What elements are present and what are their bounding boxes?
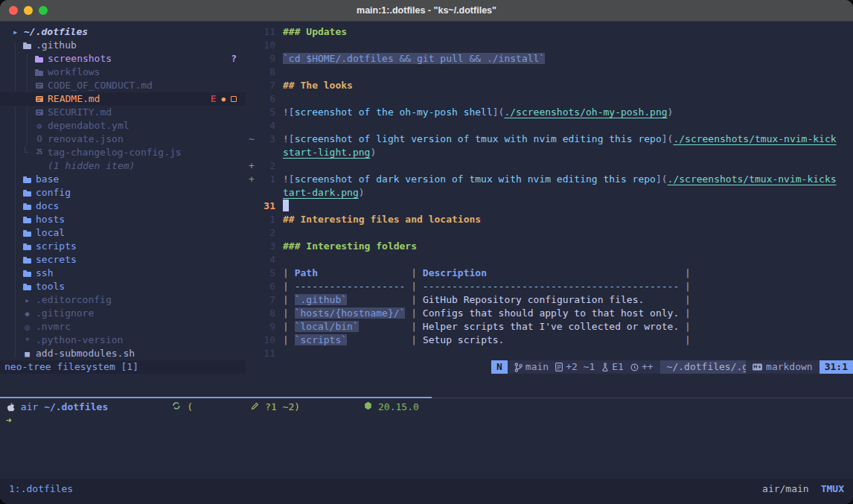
tree-item-README.md[interactable]: README.mdE● [0, 92, 246, 106]
line-number: 5 [256, 106, 275, 119]
sign-column [246, 39, 256, 52]
neotree-statusline: neo-tree filesystem [1] [0, 360, 246, 374]
line-number: 5 [256, 267, 275, 280]
editor-line[interactable]: 7## The looks [246, 79, 853, 92]
sign-column [246, 267, 256, 280]
editor-line[interactable]: 4 [246, 253, 853, 267]
text-segment-pu: ![ [283, 106, 295, 118]
tree-item-.gitignore[interactable]: ◆.gitignore [0, 307, 246, 320]
editor-line[interactable]: start-light.png) [246, 146, 853, 159]
tree-item-add-submodules.sh[interactable]: ■add-submodules.sh [0, 347, 246, 360]
tree-item-dependabot.yml[interactable]: ⚙dependabot.yml [0, 119, 246, 133]
tree-item-.editorconfig[interactable]: ▸.editorconfig [0, 293, 246, 307]
line-text: ## Interesting files and locations [275, 213, 481, 226]
line-number: 1 [256, 173, 275, 186]
editor-line[interactable]: 10| `scripts` | Setup scripts. | [246, 334, 853, 347]
tree-item-ssh[interactable]: ssh [0, 267, 246, 280]
editor-line[interactable]: 8| `hosts/{hostname}/` | Configs that sh… [246, 307, 853, 320]
tree-item-tag-changelog-config.js[interactable]: └ JStag-changelog-config.js [0, 146, 246, 159]
tree-item-CODE_OF_CONDUCT.md[interactable]: CODE_OF_CONDUCT.md [0, 79, 246, 92]
text-segment-th: Path [295, 267, 318, 278]
editor-line[interactable]: 7| `.github` | GitHub Repository configu… [246, 293, 853, 307]
git-status-counts: ?1 ~2 [265, 401, 294, 414]
tree-item-docs[interactable]: docs [0, 200, 246, 213]
pane-separator[interactable] [432, 398, 853, 398]
tree-item-label: base [36, 173, 59, 186]
editor-line-current[interactable]: 31 [246, 200, 853, 213]
line-text: tart-dark.png) [275, 186, 365, 200]
editor-line[interactable]: 2 [246, 226, 853, 240]
line-number: 8 [256, 66, 275, 79]
editor-pane[interactable]: 11### Updates 10 9`cd $HOME/.dotfiles &&… [246, 21, 853, 374]
prompt-line: air ~/.dotfiles ( ?1 ~2 ) [6, 401, 853, 414]
tree-item-SECURITY.md[interactable]: SECURITY.md [0, 106, 246, 119]
tree-item-label: .github [36, 39, 77, 52]
tree-item-base[interactable]: base [0, 173, 246, 186]
line-number: 4 [256, 119, 275, 133]
folder-icon [22, 283, 32, 290]
sign-column [246, 320, 256, 334]
editor-line[interactable]: 3### Interesting folders [246, 240, 853, 253]
editor-line[interactable]: 9| `local/bin` | Helper scripts that I'v… [246, 320, 853, 334]
prompt-arrow: ➜ [6, 414, 12, 427]
editor-line[interactable]: 8 [246, 66, 853, 79]
editor-line[interactable]: 5![screenshot of the oh-my-posh shell](.… [246, 106, 853, 119]
editor-line[interactable]: 10 [246, 39, 853, 52]
tree-item-.github[interactable]: .github [0, 39, 246, 52]
text-segment-h2: ## Interesting files and locations [283, 214, 481, 225]
editor-line[interactable]: 6| ------------------- | ---------------… [246, 280, 853, 293]
tree-item-.dotfiles[interactable]: ▸~/.dotfiles [0, 25, 246, 39]
apple-icon [6, 402, 15, 412]
editor-line[interactable]: 5| Path | Description | [246, 267, 853, 280]
folder-icon [22, 269, 32, 277]
git-status-close: ) [294, 401, 300, 414]
line-number: 1 [256, 213, 275, 226]
tree-item-1hiddenitem[interactable]: (1 hidden item) [0, 159, 246, 173]
tree-item-local[interactable]: local [0, 226, 246, 240]
editor-line[interactable]: tart-dark.png) [246, 186, 853, 200]
sign-column [246, 334, 256, 347]
tree-item-workflows[interactable]: workflows [0, 66, 246, 79]
text-segment-th: Description [423, 267, 487, 278]
tree-item-scripts[interactable]: scripts [0, 240, 246, 253]
tree-item-screenshots[interactable]: screenshots? [0, 52, 246, 66]
text-segment-pu: ]( [662, 133, 674, 144]
line-number: 9 [256, 52, 275, 66]
tree-item-label: .gitignore [36, 307, 94, 320]
minimize-button[interactable] [24, 6, 33, 15]
editor-line[interactable]: 11### Updates [246, 25, 853, 39]
git-sync-icon [114, 387, 181, 427]
tree-item-.python-version[interactable]: *.python-version [0, 334, 246, 347]
tree-item-renovate.json[interactable]: {}renovate.json [0, 133, 246, 146]
line-text: ![screenshot of the oh-my-posh shell](./… [275, 106, 673, 119]
tree-item-secrets[interactable]: secrets [0, 253, 246, 267]
tree-item-config[interactable]: config [0, 186, 246, 200]
tree-item-tools[interactable]: tools [0, 280, 246, 293]
tmux-window-label[interactable]: 1:.dotfiles [9, 482, 73, 496]
text-segment-alt: screenshot of the oh-my-posh shell [295, 106, 493, 118]
editor-line[interactable]: 11 [246, 347, 853, 360]
text-segment-dash: ------------------- [295, 281, 406, 292]
tree-item-label: README.md [48, 92, 100, 106]
sign-column [246, 66, 256, 79]
editor-line[interactable]: 4 [246, 119, 853, 133]
zoom-button[interactable] [39, 6, 48, 15]
text-segment-pu: ]( [656, 173, 668, 185]
tree-item-hosts[interactable]: hosts [0, 213, 246, 226]
editor-line[interactable]: +1![screenshot of dark version of tmux w… [246, 173, 853, 186]
editor-line[interactable]: 9`cd $HOME/.dotfiles && git pull && ./in… [246, 52, 853, 66]
editor-line[interactable]: 1## Interesting files and locations [246, 213, 853, 226]
line-number: 7 [256, 79, 275, 92]
editor-line[interactable]: 6 [246, 92, 853, 106]
prompt-host: air [21, 401, 38, 414]
editor-line[interactable]: +2 [246, 159, 853, 173]
editor-line[interactable]: ~3![screenshot of light version of tmux … [246, 133, 853, 146]
folder-icon [22, 256, 32, 264]
close-button[interactable] [9, 6, 18, 15]
shell-pane[interactable]: air ~/.dotfiles ( ?1 ~2 ) [6, 401, 853, 427]
text-segment-sp [318, 267, 405, 278]
line-text [275, 159, 283, 173]
text-segment-pu: ![ [283, 133, 295, 144]
tree-item-.nvmrc[interactable]: ◎.nvmrc [0, 320, 246, 334]
tree-item-label: secrets [36, 253, 77, 267]
